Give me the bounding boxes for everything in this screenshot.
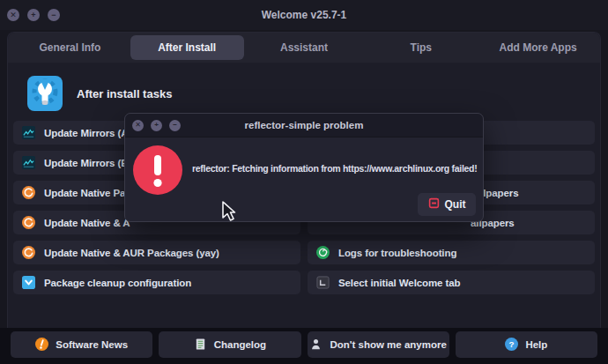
quit-button-label: Quit	[445, 198, 466, 211]
footer-button-label: Help	[525, 339, 547, 350]
task-label: Update Native & A	[44, 218, 130, 228]
tab-general-info[interactable]: General Info	[13, 35, 127, 60]
cleanup-icon	[22, 276, 35, 289]
welcome-tab-icon	[316, 276, 330, 289]
dialog-titlebar: ✕ + − reflector-simple problem	[125, 114, 483, 137]
task-label: Update Mirrors (En	[44, 158, 134, 168]
tab-assistant[interactable]: Assistant	[248, 35, 361, 60]
tab-tips[interactable]: Tips	[364, 35, 478, 60]
svg-text:?: ?	[509, 338, 515, 348]
task-select-initial-tab[interactable]: Select initial Welcome tab	[308, 271, 595, 294]
reflector-problem-dialog: ✕ + − reflector-simple problem reflector…	[124, 113, 484, 222]
task-update-native-aur-yay[interactable]: Update Native & AUR Packages (yay)	[13, 241, 300, 264]
tab-after-install[interactable]: After Install	[130, 35, 244, 60]
pacman-icon	[22, 246, 35, 259]
wrench-gear-icon	[27, 76, 63, 111]
task-label: Update Mirrors (Ar	[44, 128, 132, 138]
page-title: After install tasks	[77, 87, 172, 100]
task-package-cleanup[interactable]: Package cleanup configuration	[13, 271, 300, 294]
tab-bar: General Info After Install Assistant Tip…	[8, 33, 600, 63]
dialog-body: reflector: Fetching information from htt…	[125, 137, 483, 222]
task-label: Logs for troubleshooting	[338, 248, 456, 258]
footer-button-label: Don't show me anymore	[330, 339, 446, 350]
dont-show-anymore-button[interactable]: Don't show me anymore	[308, 331, 449, 358]
person-icon	[309, 338, 323, 353]
tab-add-more-apps[interactable]: Add More Apps	[481, 35, 595, 60]
pacman-icon	[22, 216, 35, 229]
pacman-icon	[22, 186, 35, 199]
changelog-button[interactable]: Changelog	[159, 331, 300, 358]
mirror-chart-icon	[22, 126, 35, 139]
changelog-icon	[194, 338, 207, 353]
news-icon	[35, 338, 48, 353]
footer-button-label: Changelog	[214, 339, 266, 350]
quit-icon	[428, 197, 440, 212]
footer-button-label: Software News	[56, 339, 128, 350]
error-exclamation-icon	[133, 145, 182, 195]
dialog-message: reflector: Fetching information from htt…	[192, 163, 479, 174]
question-circle-icon: ?	[505, 338, 518, 353]
dialog-title: reflector-simple problem	[125, 120, 483, 130]
logs-icon	[316, 246, 330, 259]
window-titlebar: ✕ + − Welcome v25.7-1	[0, 0, 608, 30]
section-header: After install tasks	[27, 75, 600, 112]
task-logs-troubleshooting[interactable]: Logs for troubleshooting	[308, 241, 595, 264]
help-button[interactable]: ? Help	[456, 331, 597, 358]
footer-bar: Software News Changelog Don't show me an…	[0, 328, 608, 364]
quit-button[interactable]: Quit	[418, 193, 476, 216]
task-label: Package cleanup configuration	[44, 278, 191, 288]
task-label: Select initial Welcome tab	[338, 278, 460, 288]
task-label: Update Native & AUR Packages (yay)	[44, 248, 219, 258]
window-title: Welcome v25.7-1	[0, 9, 608, 21]
software-news-button[interactable]: Software News	[11, 331, 152, 358]
mirror-chart-icon	[22, 156, 35, 169]
task-label: Update Native Pac	[44, 188, 131, 198]
mouse-cursor	[222, 201, 238, 226]
